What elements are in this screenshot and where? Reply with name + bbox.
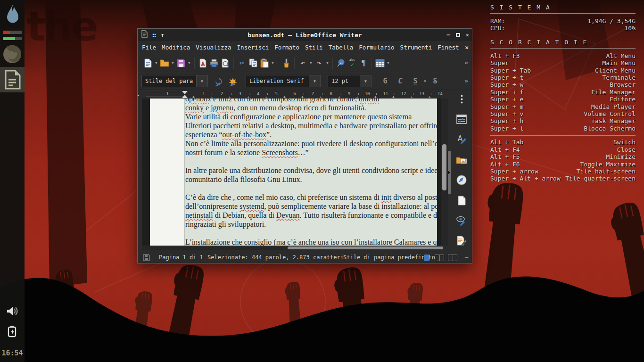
cut-icon[interactable]: ✂ — [236, 56, 248, 70]
sidebar-properties-icon[interactable] — [456, 114, 467, 124]
maximize-button[interactable] — [456, 33, 460, 37]
conky-value: Task Manager — [591, 117, 636, 124]
new-document-dropdown[interactable]: ▼ — [154, 56, 159, 70]
conky-value: Alt Menu — [606, 52, 636, 59]
menu-formulario[interactable]: Formulario — [356, 41, 397, 54]
sidebar-gallery-icon[interactable] — [456, 155, 467, 165]
titlebar[interactable]: bunsen.odt — LibreOffice Writer ∷ ↑ — ✕ — [138, 29, 472, 41]
menu-stili[interactable]: Stili — [302, 41, 326, 54]
toolbar2-overflow-chevron[interactable]: » — [464, 77, 468, 84]
save-button[interactable] — [175, 56, 187, 70]
undo-icon[interactable]: ↶ — [297, 56, 308, 70]
doc-line: openbox e tint2 con temi e composizioni … — [185, 99, 437, 103]
ruler-mark — [429, 96, 431, 98]
minimize-button[interactable]: — — [447, 32, 450, 38]
toolbar-overflow-chevron[interactable]: » — [464, 59, 468, 66]
horizontal-scrollbar-thumb[interactable] — [288, 247, 443, 249]
zoom-out-button[interactable]: — — [465, 251, 468, 263]
menu-formato[interactable]: Formato — [272, 41, 302, 54]
save-status-icon[interactable] — [143, 254, 150, 263]
export-pdf-button[interactable] — [197, 56, 208, 70]
book-view-button[interactable] — [448, 255, 457, 261]
menu-strumenti[interactable]: Strumenti — [397, 41, 435, 54]
table-dropdown[interactable]: ▼ — [386, 56, 391, 70]
horizontal-scrollbar[interactable] — [142, 246, 441, 250]
menu-tabella[interactable]: Tabella — [326, 41, 356, 54]
copy-button[interactable] — [248, 56, 259, 70]
page-count-status[interactable]: Pagina 1 di 1 — [159, 251, 203, 263]
sidebar-manage-changes-icon[interactable] — [456, 236, 467, 246]
open-button[interactable] — [159, 56, 170, 70]
paragraph-style-combobox[interactable]: Stile del para — [141, 75, 197, 87]
redo-dropdown[interactable]: ▼ — [325, 56, 330, 70]
undo-dropdown[interactable]: ▼ — [308, 56, 314, 70]
doc-line: dell’onnipresente systemd, può semplicem… — [185, 202, 437, 211]
paragraph-style-dropdown[interactable]: ▼ — [197, 75, 208, 87]
text-boundary-line — [184, 99, 185, 246]
clone-formatting-button[interactable] — [281, 56, 292, 70]
open-dropdown[interactable]: ▼ — [170, 56, 175, 70]
multi-page-view-button[interactable] — [435, 255, 444, 261]
window-shade-icon[interactable]: ↑ — [161, 32, 165, 39]
battery-charging-icon[interactable] — [0, 321, 25, 342]
spellcheck-button[interactable]: abc ✓ — [347, 56, 358, 70]
page-style-status[interactable]: Stile di pagina predefinito — [343, 251, 435, 263]
conky-value: Media Player — [591, 103, 636, 110]
menu-inserisci[interactable]: Inserisci — [234, 41, 272, 54]
ruler-mark: 1 — [202, 91, 205, 96]
window-menu-dots-icon[interactable]: ∷ — [152, 32, 156, 39]
font-size-combobox[interactable]: 12 pt — [328, 75, 360, 87]
font-name-combobox[interactable]: Liberation Serif — [246, 75, 309, 87]
page[interactable]: openbox e tint2 con temi e composizioni … — [150, 99, 437, 246]
paste-dropdown[interactable]: ▼ — [270, 56, 275, 70]
conky-row: Alt + F5Minimize — [490, 153, 636, 160]
sidebar-styles-icon[interactable]: A — [456, 134, 467, 145]
single-page-view-button[interactable] — [424, 255, 429, 261]
vertical-scrollbar-thumb[interactable] — [442, 144, 446, 190]
conky-row: Super + eEditore — [490, 96, 636, 103]
vertical-scrollbar[interactable] — [441, 99, 448, 246]
sidebar-navigator-icon[interactable] — [456, 175, 467, 185]
new-style-icon[interactable] — [227, 75, 239, 89]
ruler-mark: 11 — [383, 91, 388, 96]
menu-visualizza[interactable]: Visualizza — [193, 41, 234, 54]
redo-icon[interactable]: ↷ — [314, 56, 325, 70]
document-area[interactable]: openbox e tint2 con temi e composizioni … — [142, 99, 441, 246]
bunsenlabs-menu-flame-icon[interactable] — [0, 0, 25, 29]
update-style-icon[interactable] — [213, 75, 224, 89]
sidebar-style-inspector-icon[interactable] — [456, 215, 467, 226]
sidebar-settings-dots-icon[interactable] — [456, 94, 467, 104]
new-document-button[interactable] — [142, 56, 154, 70]
conky-system-rows: RAM:1,94G / 3,54GCPU:10% — [490, 17, 636, 32]
print-preview-button[interactable] — [220, 56, 231, 70]
save-dropdown[interactable]: ▼ — [187, 56, 192, 70]
libreoffice-task-icon[interactable] — [0, 67, 25, 92]
find-replace-button[interactable]: a — [335, 56, 347, 70]
firefox-task-icon[interactable] — [0, 41, 25, 67]
strikethrough-button[interactable]: S — [429, 75, 441, 87]
font-size-dropdown[interactable]: ▼ — [360, 75, 372, 87]
document-text[interactable]: openbox e tint2 con temi e composizioni … — [185, 99, 437, 246]
underline-dropdown[interactable]: ▼ — [422, 75, 428, 87]
font-name-dropdown[interactable]: ▼ — [309, 75, 321, 87]
underline-button[interactable]: S — [409, 75, 421, 87]
volume-icon[interactable] — [0, 302, 25, 321]
ruler-mark — [374, 96, 377, 98]
sidebar-page-icon[interactable] — [456, 195, 467, 206]
menu-file[interactable]: File — [139, 41, 159, 54]
misspelled-word: dmenu — [359, 99, 380, 103]
ruler[interactable]: 11234567891011121314 — [142, 91, 441, 99]
menu-modifica[interactable]: Modifica — [159, 41, 193, 54]
misspelled-word: Calamares — [394, 238, 426, 246]
close-button[interactable]: ✕ — [466, 32, 469, 38]
close-document-button[interactable]: ✕ — [465, 41, 469, 54]
bold-button[interactable]: G — [379, 75, 391, 87]
print-button[interactable] — [208, 56, 220, 70]
formatting-marks-icon[interactable]: ¶ — [358, 56, 369, 70]
insert-table-button[interactable] — [374, 56, 386, 70]
tab-type-selector[interactable]: L — [137, 91, 141, 97]
italic-button[interactable]: C — [394, 75, 406, 87]
paste-button[interactable] — [259, 56, 270, 70]
menu-finest[interactable]: Finest — [435, 41, 462, 54]
word-count-status[interactable]: Selezionate: 444 parole, 2.873 caratteri — [207, 251, 344, 263]
